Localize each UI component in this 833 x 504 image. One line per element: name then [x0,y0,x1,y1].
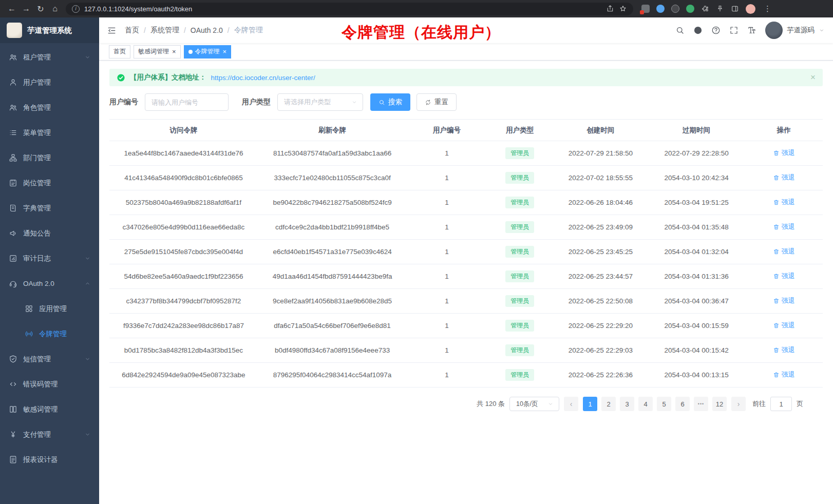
address-bar[interactable]: i 127.0.0.1:1024/system/oauth2/token [66,3,633,15]
user-menu[interactable]: 芋道源码 [765,22,825,39]
extension-icon-1[interactable] [641,5,650,13]
side-panel-icon[interactable] [731,5,739,13]
app-logo[interactable]: 芋道管理系统 [0,17,99,43]
browser-extensions-area: ⋮ [639,4,775,14]
user-id-cell: 1 [407,338,487,363]
sidebar-item-dict[interactable]: 字典管理 [0,196,99,221]
tab-close-icon[interactable]: × [223,48,227,55]
user-type-badge: 管理员 [505,344,534,356]
force-logout-button[interactable]: 强退 [773,173,795,182]
user-id-input[interactable] [145,93,229,111]
tab-token[interactable]: 令牌管理× [184,45,232,59]
user-type-select[interactable]: 请选择用户类型 [277,93,363,111]
extension-icon-4[interactable] [686,5,694,13]
back-icon[interactable]: ← [5,4,18,13]
pin-icon[interactable] [716,5,724,13]
users-icon [9,103,17,112]
home-icon[interactable]: ⌂ [48,4,62,13]
search-button[interactable]: 搜索 [370,93,410,111]
page-size-select[interactable]: 10条/页 [509,397,559,411]
force-logout-button[interactable]: 强退 [773,148,795,158]
question-icon[interactable] [711,26,721,35]
table-row: 41c41346a548490f9dc8b01c6bfe0865333ecfc7… [109,166,823,190]
browser-profile-avatar[interactable] [746,4,755,14]
reload-icon[interactable]: ↻ [34,4,47,14]
search-icon[interactable] [675,26,685,35]
access-token-cell: c342377bf8b344799dcbf7bf095287f2 [109,289,258,314]
extensions-puzzle-icon[interactable] [701,5,709,13]
extension-icon-2[interactable] [656,5,665,13]
breadcrumb-item[interactable]: 系统管理 [150,26,179,35]
sidebar-item-sensitive[interactable]: 敏感词管理 [0,397,99,422]
tab-home[interactable]: 首页 [109,45,130,59]
fullscreen-icon[interactable] [729,26,739,35]
sidebar-item-notice[interactable]: 通知公告 [0,221,99,246]
tab-sensitive-word[interactable]: 敏感词管理× [134,45,181,59]
page-button-4[interactable]: 4 [638,397,653,411]
extension-icon-3[interactable] [671,5,679,13]
alert-close-icon[interactable]: × [810,72,816,83]
page-button-5[interactable]: 5 [657,397,671,411]
prev-page-button[interactable]: ‹ [564,397,578,411]
page-button-1[interactable]: 1 [583,397,597,411]
sidebar-item-post[interactable]: 岗位管理 [0,170,99,196]
force-logout-button[interactable]: 强退 [773,198,795,207]
site-info-icon[interactable]: i [72,5,80,13]
active-tab-dot [188,50,193,54]
breadcrumb-item[interactable]: OAuth 2.0 [191,26,223,34]
fontsize-icon[interactable] [747,26,756,35]
sidebar-item-oauth2[interactable]: OAuth 2.0 [0,271,99,296]
user-type-cell: 管理员 [487,240,553,264]
force-logout-button[interactable]: 强退 [773,370,795,379]
total-count: 共 120 条 [477,399,505,409]
sidebar-item-role[interactable]: 角色管理 [0,95,99,120]
sidebar-item-pay[interactable]: 支付管理 [0,422,99,447]
sidebar-item-dept[interactable]: 部门管理 [0,145,99,170]
sidebar-item-audit-log[interactable]: 审计日志 [0,246,99,271]
access-token-cell: b0d1785bc3a8482f812db4a3f3bd15ec [109,338,258,363]
goto-label: 前往 [752,399,766,409]
forward-icon[interactable]: → [20,4,33,13]
share-icon[interactable] [606,5,614,13]
doc-link[interactable]: https://doc.iocoder.cn/user-center/ [211,74,315,82]
next-page-button[interactable]: › [731,397,746,411]
force-logout-button[interactable]: 强退 [773,345,795,355]
force-logout-button[interactable]: 强退 [773,321,795,330]
pager-ellipsis[interactable]: ••• [694,397,708,411]
tab-close-icon[interactable]: × [172,48,176,55]
force-logout-button[interactable]: 强退 [773,247,795,256]
force-logout-button[interactable]: 强退 [773,272,795,281]
sidebar-item-sms[interactable]: 短信管理 [0,346,99,372]
edit-icon [9,254,17,263]
sidebar-item-report[interactable]: 报表设计器 [0,447,99,472]
github-icon[interactable] [693,26,703,35]
access-token-cell: c347026e805e4d99b0d116eae66eda8c [109,215,258,240]
reset-button[interactable]: 重置 [416,93,457,111]
browser-menu-icon[interactable]: ⋮ [762,4,773,13]
page-button-6[interactable]: 6 [675,397,690,411]
user-type-cell: 管理员 [487,289,553,314]
force-logout-button[interactable]: 强退 [773,222,795,231]
sidebar-item-oauth2-app[interactable]: 应用管理 [0,296,99,321]
access-token-cell: 275e5de9151045fe87cbdc395e004f4d [109,240,258,264]
user-id-cell: 1 [407,363,487,387]
collapse-sidebar-icon[interactable] [107,26,117,35]
page-button-3[interactable]: 3 [620,397,634,411]
alert-text: 【用户体系】文档地址： [130,73,206,82]
sidebar-item-error-code[interactable]: 错误码管理 [0,372,99,397]
goto-page-input[interactable] [770,397,792,411]
force-logout-button[interactable]: 强退 [773,296,795,305]
sidebar-item-oauth2-token[interactable]: 令牌管理 [0,321,99,346]
sidebar-item-user[interactable]: 用户管理 [0,70,99,95]
expires-at-cell: 2054-03-04 00:36:47 [648,289,745,314]
expires-at-cell: 2022-07-29 22:28:50 [648,141,745,166]
user-type-cell: 管理员 [487,190,553,215]
page-button-12[interactable]: 12 [712,397,727,411]
sidebar-item-tenant[interactable]: 租户管理 [0,45,99,70]
breadcrumb-item: 令牌管理 [234,26,263,35]
sidebar-item-menu[interactable]: 菜单管理 [0,120,99,145]
expires-at-cell: 2054-03-04 00:15:59 [648,314,745,338]
bookmark-star-icon[interactable] [619,5,627,13]
breadcrumb-item[interactable]: 首页 [125,26,139,35]
page-button-2[interactable]: 2 [601,397,616,411]
